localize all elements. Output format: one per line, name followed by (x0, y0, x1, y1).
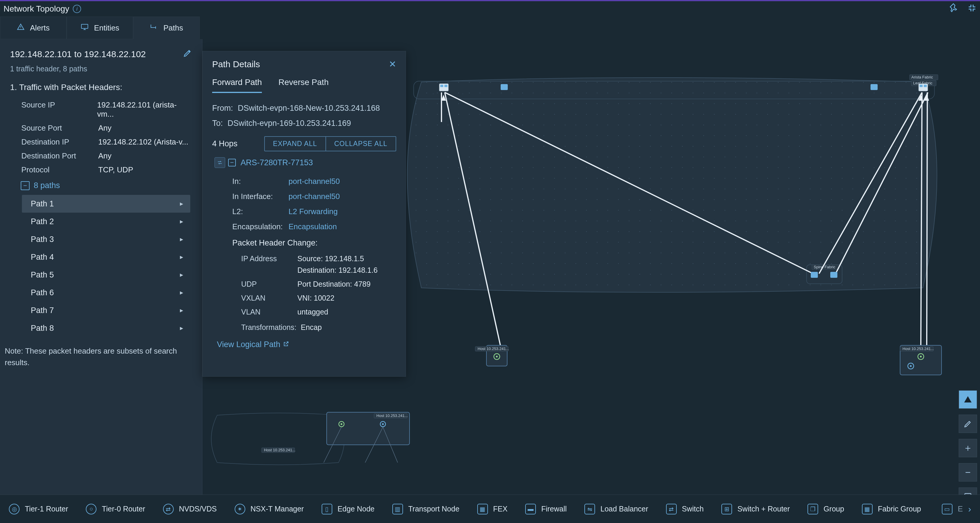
svg-point-31 (920, 356, 922, 357)
host-a-label: Host 10.253.241... (477, 346, 509, 351)
chevron-right-icon[interactable]: › (968, 504, 971, 514)
spine-switch-node[interactable] (811, 272, 818, 278)
svg-point-40 (382, 423, 384, 425)
spine-switch-node[interactable] (830, 272, 837, 278)
flow-title: 192.148.22.101 to 192.148.22.102 (10, 49, 146, 59)
legend-nsxt: ✶NSX-T Manager (235, 504, 304, 514)
tab-alerts-label: Alerts (30, 23, 49, 33)
leaf-switch-node[interactable] (918, 83, 928, 91)
chevron-right-icon: ▸ (180, 253, 183, 261)
switch-router-icon: ⊞ (721, 504, 732, 514)
legend-label: Firewall (541, 505, 566, 513)
kv-key: Source Port (21, 123, 98, 133)
legend-label: NVDS/VDS (179, 505, 217, 513)
path-item-4[interactable]: Path 4▸ (22, 248, 190, 266)
legend-nvds: ⇄NVDS/VDS (163, 504, 217, 514)
paths-toggle[interactable]: − 8 paths (0, 177, 202, 194)
chevron-right-icon: ▸ (180, 271, 183, 279)
tab-alerts[interactable]: Alerts (0, 17, 67, 39)
tab-entities-label: Entities (94, 23, 119, 33)
collapse-box-icon[interactable]: − (21, 181, 30, 190)
svg-rect-18 (501, 84, 508, 90)
legend-label: Switch (682, 505, 704, 513)
legend-tier0: ○Tier-0 Router (86, 504, 145, 514)
kv-key: Destination Port (21, 151, 98, 161)
arista-fabric-label: Arista Fabric (912, 75, 933, 80)
fabric-group-icon: ▦ (862, 504, 873, 514)
edit-icon[interactable] (183, 49, 192, 60)
legend-label: Group (824, 505, 844, 513)
svg-rect-17 (444, 85, 447, 87)
tab-paths[interactable]: Paths (133, 17, 200, 39)
kv-val: TCP, UDP (98, 165, 133, 174)
topology-canvas[interactable]: Arista Fabric Leaf Fabric Spine Fabric (202, 39, 980, 494)
tab-paths-label: Paths (163, 23, 183, 33)
page-title-wrap: Network Topology i (3, 4, 81, 14)
legend-bar: ◎Tier-1 Router ○Tier-0 Router ⇄NVDS/VDS … (0, 494, 980, 523)
host-b-label: Host 10.253.241... (902, 346, 934, 351)
left-panel: 192.148.22.101 to 192.148.22.102 1 traff… (0, 39, 202, 495)
edit-button[interactable] (959, 415, 977, 433)
legend-label: Fabric Group (878, 505, 921, 513)
kv-row: ProtocolTCP, UDP (21, 163, 192, 177)
fex-icon: ▦ (477, 504, 488, 514)
kv-key: Destination IP (21, 137, 98, 147)
host-node[interactable]: Host 10.253.241... (900, 345, 942, 375)
zoom-in-button[interactable]: ＋ (959, 439, 977, 457)
svg-point-38 (340, 423, 342, 425)
chevron-right-icon: ▸ (180, 289, 183, 297)
group-icon: ❐ (808, 504, 818, 514)
topology-svg[interactable]: Arista Fabric Leaf Fabric Spine Fabric (202, 39, 980, 494)
svg-rect-21 (920, 85, 923, 87)
paths-count-label: 8 paths (34, 181, 60, 190)
legend-label: NSX-T Manager (251, 505, 304, 513)
path-item-3[interactable]: Path 3▸ (22, 230, 190, 248)
legend-label: Tier-0 Router (102, 505, 145, 513)
legend-label: FEX (493, 505, 508, 513)
legend-more-icon: ▭ (942, 504, 953, 514)
legend-label: Switch + Router (737, 505, 790, 513)
svg-rect-20 (918, 83, 928, 91)
minimap[interactable]: Host 10.253.241... Host 10.253.241... (211, 412, 409, 466)
legend-switch: ⇄Switch (666, 504, 704, 514)
path-label: Path 8 (31, 324, 54, 333)
legend-scroll: ▭ E › (942, 504, 971, 514)
leaf-switch-node[interactable] (870, 84, 878, 90)
path-label: Path 3 (31, 235, 54, 244)
kv-row: Destination PortAny (21, 149, 192, 163)
path-label: Path 7 (31, 306, 54, 315)
chevron-right-icon: ▸ (180, 236, 183, 243)
path-item-5[interactable]: Path 5▸ (22, 266, 190, 284)
legend-fex: ▦FEX (477, 504, 508, 514)
flow-subtitle: 1 traffic header, 8 paths (0, 65, 202, 80)
leaf-switch-node[interactable] (501, 84, 508, 90)
load-balancer-icon: ⇋ (584, 504, 595, 514)
chevron-right-icon: ▸ (180, 306, 183, 314)
legend-firewall: ▬Firewall (525, 504, 566, 514)
legend-label: Transport Node (408, 505, 460, 513)
collapse-icon[interactable] (967, 3, 977, 15)
page-title: Network Topology (3, 4, 69, 14)
leaf-switch-node[interactable] (439, 83, 449, 91)
path-item-6[interactable]: Path 6▸ (22, 284, 190, 301)
spine-fabric-label: Spine Fabric (814, 265, 835, 269)
header-kv-table: Source IP192.148.22.101 (arista-vm... So… (0, 96, 202, 177)
pin-icon[interactable] (949, 3, 958, 15)
host-node[interactable]: Host 10.253.241... (475, 345, 509, 366)
alerts-toggle-button[interactable] (959, 390, 977, 409)
kv-key: Protocol (21, 165, 98, 174)
zoom-out-button[interactable]: − (959, 463, 977, 482)
kv-val: Any (98, 151, 111, 161)
path-item-1[interactable]: Path 1▸ (22, 195, 190, 213)
header-actions (949, 3, 977, 15)
path-item-8[interactable]: Path 8▸ (22, 319, 190, 337)
path-label: Path 2 (31, 217, 54, 226)
info-icon[interactable]: i (73, 5, 81, 13)
left-panel-header: 192.148.22.101 to 192.148.22.102 (0, 39, 202, 65)
path-item-7[interactable]: Path 7▸ (22, 301, 190, 319)
path-item-2[interactable]: Path 2▸ (22, 213, 190, 230)
mini-host-a-label: Host 10.253.241... (264, 448, 295, 452)
path-label: Path 6 (31, 288, 54, 297)
path-label: Path 4 (31, 253, 54, 262)
tab-entities[interactable]: Entities (67, 17, 133, 39)
